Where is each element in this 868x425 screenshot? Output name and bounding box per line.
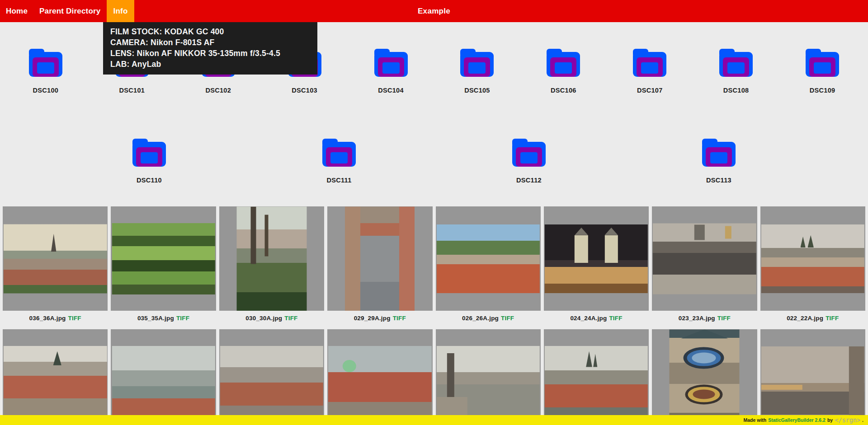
tiff-link[interactable]: TIFF (717, 315, 731, 322)
folder-label: DSC104 (378, 87, 404, 94)
nav-item-info[interactable]: Info (107, 0, 135, 22)
gallery-item (3, 329, 108, 425)
folder-icon (632, 49, 668, 77)
photo-detail (343, 360, 356, 372)
folder-icon (373, 49, 409, 77)
photo-image (4, 346, 107, 425)
photo-caption: 035_35A.jpgTIFF (111, 311, 216, 329)
footer-by-text: by (827, 417, 833, 423)
photo-filename-link[interactable]: 026_26A.jpg (462, 315, 499, 322)
folder-label: DSC103 (292, 87, 317, 94)
footer-period: . (862, 417, 863, 423)
photo-image (437, 224, 540, 293)
photo-detail (604, 235, 618, 263)
photo-image (328, 346, 431, 425)
photo-thumbnail[interactable] (327, 329, 432, 425)
folder-item-dsc113[interactable]: DSC113 (678, 139, 760, 205)
photo-detail (399, 206, 415, 311)
tiff-link[interactable]: TIFF (393, 315, 406, 322)
photo-detail (725, 226, 731, 238)
nav-item-home[interactable]: Home (0, 0, 33, 22)
photo-detail (593, 354, 597, 367)
photo-image (761, 346, 864, 425)
tiff-link[interactable]: TIFF (68, 315, 81, 322)
photo-image (236, 206, 307, 311)
tiff-link[interactable]: TIFF (176, 315, 189, 322)
gallery-item (544, 329, 649, 425)
photo-thumbnail-024-24a-jpg[interactable] (544, 206, 649, 311)
folder-item-dsc110[interactable]: DSC110 (108, 139, 190, 205)
folder-item-dsc111[interactable]: DSC111 (298, 139, 380, 205)
info-tooltip-line: LENS: Nikon AF NIKKOR 35-135mm f/3.5-4.5 (110, 48, 310, 59)
photo-thumbnail-035-35a-jpg[interactable] (111, 206, 216, 311)
folder-item-dsc112[interactable]: DSC112 (488, 139, 570, 205)
photo-thumbnail[interactable] (111, 329, 216, 425)
info-tooltip-line: LAB: AnyLab (110, 59, 310, 70)
tiff-link[interactable]: TIFF (284, 315, 297, 322)
photo-caption: 026_26A.jpgTIFF (436, 311, 541, 329)
photo-image (545, 346, 648, 425)
photo-filename-link[interactable]: 022_22A.jpg (787, 315, 823, 322)
folder-icon (321, 139, 357, 167)
photo-filename-link[interactable]: 035_35A.jpg (137, 315, 174, 322)
photo-image (653, 223, 756, 294)
photo-image (4, 224, 107, 293)
gallery-item (436, 329, 541, 425)
photo-thumbnail[interactable] (219, 329, 324, 425)
photo-thumbnail-023-23a-jpg[interactable] (652, 206, 757, 311)
gallery-item: 022_22A.jpgTIFF (760, 206, 865, 329)
photo-caption: 024_24A.jpgTIFF (544, 311, 649, 329)
photo-detail (692, 353, 716, 363)
tiff-link[interactable]: TIFF (501, 315, 514, 322)
photo-thumbnail-022-22a-jpg[interactable] (760, 206, 865, 311)
photo-image (112, 223, 215, 294)
folder-item-dsc109[interactable]: DSC109 (782, 49, 863, 115)
folder-item-dsc100[interactable]: DSC100 (5, 49, 86, 115)
photo-detail (800, 237, 805, 248)
folder-icon (701, 139, 737, 167)
gallery-item (327, 329, 432, 425)
photo-caption: 022_22A.jpgTIFF (760, 311, 865, 329)
footer-builder-link[interactable]: StaticGalleryBuilder 2.6.2 (768, 417, 826, 423)
photo-thumbnail-030-30a-jpg[interactable] (219, 206, 324, 311)
folder-icon (28, 49, 64, 77)
folder-item-dsc104[interactable]: DSC104 (350, 49, 432, 115)
photo-filename-link[interactable]: 030_30A.jpg (245, 315, 282, 322)
photo-detail (807, 235, 814, 248)
photo-caption: 029_29A.jpgTIFF (327, 311, 432, 329)
photo-thumbnail[interactable] (544, 329, 649, 425)
tiff-link[interactable]: TIFF (609, 315, 622, 322)
gallery-item: 030_30A.jpgTIFF (219, 206, 324, 329)
folder-icon (131, 139, 167, 167)
nav-item-parent-directory[interactable]: Parent Directory (33, 0, 106, 22)
folder-item-dsc107[interactable]: DSC107 (609, 49, 690, 115)
photo-detail (694, 224, 705, 240)
folder-label: DSC110 (137, 177, 162, 184)
photo-thumbnail[interactable] (3, 329, 108, 425)
photo-filename-link[interactable]: 024_24A.jpg (570, 315, 607, 322)
tiff-link[interactable]: TIFF (826, 315, 839, 322)
photo-detail (761, 385, 802, 390)
folder-icon (511, 139, 547, 167)
photo-image (345, 206, 415, 311)
image-gallery-grid: 036_36A.jpgTIFF035_35A.jpgTIFF030_30A.jp… (3, 206, 865, 425)
photo-filename-link[interactable]: 029_29A.jpg (354, 315, 391, 322)
photo-thumbnail-029-29a-jpg[interactable] (327, 206, 432, 311)
photo-filename-link[interactable]: 023_23A.jpg (679, 315, 715, 322)
photo-image (112, 346, 215, 425)
gallery-item: 035_35A.jpgTIFF (111, 206, 216, 329)
folder-item-dsc106[interactable]: DSC106 (523, 49, 604, 115)
folder-item-dsc105[interactable]: DSC105 (436, 49, 518, 115)
photo-thumbnail-026-26a-jpg[interactable] (436, 206, 541, 311)
photo-thumbnail[interactable] (760, 329, 865, 425)
info-tooltip: FILM STOCK: KODAK GC 400CAMERA: Nikon F-… (103, 22, 317, 75)
photo-image (437, 346, 540, 425)
folder-item-dsc108[interactable]: DSC108 (695, 49, 777, 115)
photo-thumbnail[interactable] (436, 329, 541, 425)
photo-thumbnail[interactable] (652, 329, 757, 425)
photo-filename-link[interactable]: 036_36A.jpg (29, 315, 66, 322)
gallery-item: 024_24A.jpgTIFF (544, 206, 649, 329)
photo-thumbnail-036-36a-jpg[interactable] (3, 206, 108, 311)
srgn-logo[interactable]: </srgn> (835, 416, 860, 424)
folder-icon (804, 49, 840, 77)
